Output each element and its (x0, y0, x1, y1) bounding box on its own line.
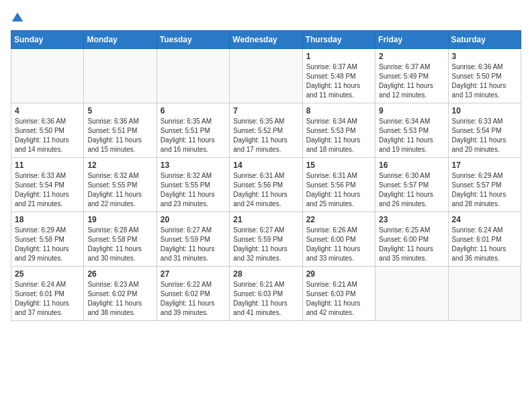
day-number: 2 (379, 52, 444, 61)
logo (11, 11, 27, 25)
calendar-table: SundayMondayTuesdayWednesdayThursdayFrid… (11, 30, 521, 321)
cell-week1-day2 (84, 49, 157, 103)
cell-week2-day7: 10Sunrise: 6:33 AMSunset: 5:54 PMDayligh… (448, 103, 521, 158)
day-detail: Sunrise: 6:21 AMSunset: 6:03 PMDaylight:… (233, 280, 298, 318)
week-row-2: 4Sunrise: 6:36 AMSunset: 5:50 PMDaylight… (11, 103, 521, 158)
cell-week3-day7: 17Sunrise: 6:29 AMSunset: 5:57 PMDayligh… (448, 158, 521, 212)
day-detail: Sunrise: 6:25 AMSunset: 6:00 PMDaylight:… (379, 226, 444, 263)
cell-week4-day4: 21Sunrise: 6:27 AMSunset: 5:59 PMDayligh… (230, 212, 302, 267)
day-detail: Sunrise: 6:37 AMSunset: 5:48 PMDaylight:… (306, 62, 371, 100)
cell-week5-day6 (375, 267, 448, 321)
weekday-friday: Friday (375, 31, 448, 49)
day-detail: Sunrise: 6:34 AMSunset: 5:53 PMDaylight:… (379, 117, 444, 154)
day-detail: Sunrise: 6:35 AMSunset: 5:51 PMDaylight:… (161, 117, 226, 154)
day-number: 21 (233, 215, 298, 224)
day-detail: Sunrise: 6:26 AMSunset: 6:00 PMDaylight:… (306, 226, 371, 263)
cell-week5-day4: 28Sunrise: 6:21 AMSunset: 6:03 PMDayligh… (230, 267, 302, 321)
weekday-tuesday: Tuesday (157, 31, 229, 49)
day-detail: Sunrise: 6:31 AMSunset: 5:56 PMDaylight:… (306, 171, 371, 209)
day-detail: Sunrise: 6:24 AMSunset: 6:01 PMDaylight:… (15, 280, 80, 318)
cell-week4-day2: 19Sunrise: 6:28 AMSunset: 5:58 PMDayligh… (84, 212, 157, 267)
cell-week3-day4: 14Sunrise: 6:31 AMSunset: 5:56 PMDayligh… (230, 158, 302, 212)
day-detail: Sunrise: 6:33 AMSunset: 5:54 PMDaylight:… (452, 117, 517, 154)
weekday-wednesday: Wednesday (230, 31, 302, 49)
day-number: 28 (233, 269, 298, 279)
cell-week2-day4: 7Sunrise: 6:35 AMSunset: 5:52 PMDaylight… (230, 103, 302, 158)
day-detail: Sunrise: 6:27 AMSunset: 5:59 PMDaylight:… (161, 226, 226, 263)
day-detail: Sunrise: 6:34 AMSunset: 5:53 PMDaylight:… (306, 117, 371, 154)
day-number: 11 (15, 161, 80, 170)
cell-week5-day5: 29Sunrise: 6:21 AMSunset: 6:03 PMDayligh… (302, 267, 375, 321)
cell-week2-day5: 8Sunrise: 6:34 AMSunset: 5:53 PMDaylight… (302, 103, 375, 158)
cell-week1-day3 (157, 49, 229, 103)
day-number: 18 (15, 215, 80, 224)
cell-week5-day3: 27Sunrise: 6:22 AMSunset: 6:02 PMDayligh… (157, 267, 229, 321)
weekday-sunday: Sunday (11, 31, 84, 49)
day-detail: Sunrise: 6:33 AMSunset: 5:54 PMDaylight:… (15, 171, 80, 209)
day-number: 4 (15, 106, 80, 116)
day-detail: Sunrise: 6:27 AMSunset: 5:59 PMDaylight:… (233, 226, 298, 263)
weekday-thursday: Thursday (302, 31, 375, 49)
logo-icon (11, 11, 24, 25)
cell-week4-day1: 18Sunrise: 6:29 AMSunset: 5:58 PMDayligh… (11, 212, 84, 267)
day-detail: Sunrise: 6:36 AMSunset: 5:51 PMDaylight:… (87, 117, 152, 154)
cell-week5-day1: 25Sunrise: 6:24 AMSunset: 6:01 PMDayligh… (11, 267, 84, 321)
cell-week4-day7: 24Sunrise: 6:24 AMSunset: 6:01 PMDayligh… (448, 212, 521, 267)
day-detail: Sunrise: 6:21 AMSunset: 6:03 PMDaylight:… (306, 280, 371, 318)
week-row-3: 11Sunrise: 6:33 AMSunset: 5:54 PMDayligh… (11, 158, 521, 212)
day-detail: Sunrise: 6:24 AMSunset: 6:01 PMDaylight:… (452, 226, 517, 263)
day-number: 7 (233, 106, 298, 116)
day-detail: Sunrise: 6:22 AMSunset: 6:02 PMDaylight:… (161, 280, 226, 318)
day-number: 15 (306, 161, 371, 170)
day-number: 13 (161, 161, 226, 170)
day-number: 9 (379, 106, 444, 116)
day-number: 8 (306, 106, 371, 116)
cell-week1-day5: 1Sunrise: 6:37 AMSunset: 5:48 PMDaylight… (302, 49, 375, 103)
svg-marker-0 (12, 12, 24, 21)
cell-week1-day4 (230, 49, 302, 103)
day-number: 17 (452, 161, 517, 170)
week-row-1: 1Sunrise: 6:37 AMSunset: 5:48 PMDaylight… (11, 49, 521, 103)
cell-week3-day5: 15Sunrise: 6:31 AMSunset: 5:56 PMDayligh… (302, 158, 375, 212)
day-number: 1 (306, 52, 371, 61)
day-number: 5 (87, 106, 152, 116)
day-number: 6 (161, 106, 226, 116)
cell-week3-day6: 16Sunrise: 6:30 AMSunset: 5:57 PMDayligh… (375, 158, 448, 212)
day-number: 23 (379, 215, 444, 224)
cell-week5-day2: 26Sunrise: 6:23 AMSunset: 6:02 PMDayligh… (84, 267, 157, 321)
week-row-4: 18Sunrise: 6:29 AMSunset: 5:58 PMDayligh… (11, 212, 521, 267)
cell-week2-day1: 4Sunrise: 6:36 AMSunset: 5:50 PMDaylight… (11, 103, 84, 158)
day-number: 10 (452, 106, 517, 116)
cell-week4-day6: 23Sunrise: 6:25 AMSunset: 6:00 PMDayligh… (375, 212, 448, 267)
cell-week2-day3: 6Sunrise: 6:35 AMSunset: 5:51 PMDaylight… (157, 103, 229, 158)
cell-week3-day1: 11Sunrise: 6:33 AMSunset: 5:54 PMDayligh… (11, 158, 84, 212)
cell-week3-day3: 13Sunrise: 6:32 AMSunset: 5:55 PMDayligh… (157, 158, 229, 212)
page-header (11, 11, 521, 25)
day-detail: Sunrise: 6:30 AMSunset: 5:57 PMDaylight:… (379, 171, 444, 209)
day-number: 20 (161, 215, 226, 224)
weekday-saturday: Saturday (448, 31, 521, 49)
day-number: 12 (87, 161, 152, 170)
day-detail: Sunrise: 6:36 AMSunset: 5:50 PMDaylight:… (452, 62, 517, 100)
day-detail: Sunrise: 6:29 AMSunset: 5:57 PMDaylight:… (452, 171, 517, 209)
cell-week1-day6: 2Sunrise: 6:37 AMSunset: 5:49 PMDaylight… (375, 49, 448, 103)
day-detail: Sunrise: 6:35 AMSunset: 5:52 PMDaylight:… (233, 117, 298, 154)
day-number: 27 (161, 269, 226, 279)
day-detail: Sunrise: 6:28 AMSunset: 5:58 PMDaylight:… (87, 226, 152, 263)
cell-week4-day5: 22Sunrise: 6:26 AMSunset: 6:00 PMDayligh… (302, 212, 375, 267)
cell-week4-day3: 20Sunrise: 6:27 AMSunset: 5:59 PMDayligh… (157, 212, 229, 267)
day-number: 16 (379, 161, 444, 170)
day-detail: Sunrise: 6:32 AMSunset: 5:55 PMDaylight:… (87, 171, 152, 209)
day-number: 22 (306, 215, 371, 224)
day-detail: Sunrise: 6:29 AMSunset: 5:58 PMDaylight:… (15, 226, 80, 263)
day-detail: Sunrise: 6:37 AMSunset: 5:49 PMDaylight:… (379, 62, 444, 100)
day-number: 3 (452, 52, 517, 61)
week-row-5: 25Sunrise: 6:24 AMSunset: 6:01 PMDayligh… (11, 267, 521, 321)
cell-week5-day7 (448, 267, 521, 321)
day-number: 29 (306, 269, 371, 279)
day-number: 19 (87, 215, 152, 224)
day-number: 24 (452, 215, 517, 224)
cell-week2-day6: 9Sunrise: 6:34 AMSunset: 5:53 PMDaylight… (375, 103, 448, 158)
day-number: 26 (87, 269, 152, 279)
day-detail: Sunrise: 6:32 AMSunset: 5:55 PMDaylight:… (161, 171, 226, 209)
